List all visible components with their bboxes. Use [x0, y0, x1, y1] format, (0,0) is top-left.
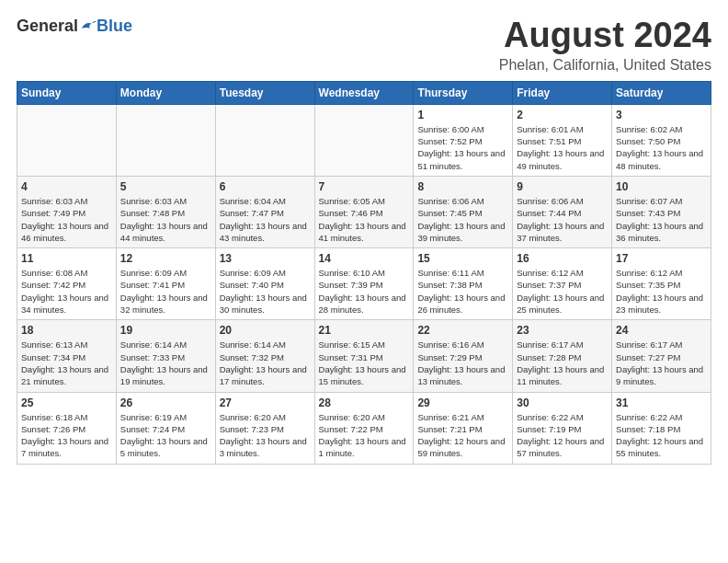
- calendar-cell: 3Sunrise: 6:02 AMSunset: 7:50 PMDaylight…: [612, 104, 711, 176]
- day-number: 7: [319, 180, 410, 193]
- calendar-cell: 11Sunrise: 6:08 AMSunset: 7:42 PMDayligh…: [17, 248, 117, 320]
- day-number: 27: [220, 396, 311, 409]
- page: General Blue August 2024 Phelan, Califor…: [0, 0, 728, 474]
- day-info: Sunrise: 6:00 AMSunset: 7:52 PMDaylight:…: [417, 123, 508, 172]
- title-block: August 2024 Phelan, California, United S…: [499, 17, 711, 74]
- weekday-header-monday: Monday: [116, 81, 215, 104]
- day-info: Sunrise: 6:06 AMSunset: 7:44 PMDaylight:…: [517, 195, 608, 244]
- day-number: 1: [417, 109, 508, 121]
- day-number: 9: [517, 180, 608, 193]
- calendar-cell: 21Sunrise: 6:15 AMSunset: 7:31 PMDayligh…: [314, 320, 414, 392]
- calendar-cell: 12Sunrise: 6:09 AMSunset: 7:41 PMDayligh…: [116, 248, 215, 320]
- day-number: 17: [616, 252, 707, 265]
- calendar-cell: 30Sunrise: 6:22 AMSunset: 7:19 PMDayligh…: [513, 392, 612, 464]
- calendar-cell: 13Sunrise: 6:09 AMSunset: 7:40 PMDayligh…: [215, 248, 314, 320]
- main-title: August 2024: [499, 17, 711, 55]
- weekday-header-tuesday: Tuesday: [215, 81, 314, 104]
- day-info: Sunrise: 6:03 AMSunset: 7:49 PMDaylight:…: [21, 195, 112, 244]
- day-info: Sunrise: 6:10 AMSunset: 7:39 PMDaylight:…: [319, 267, 410, 316]
- calendar-cell: 8Sunrise: 6:06 AMSunset: 7:45 PMDaylight…: [414, 176, 513, 247]
- day-info: Sunrise: 6:17 AMSunset: 7:28 PMDaylight:…: [517, 339, 608, 387]
- day-number: 15: [417, 252, 508, 265]
- day-info: Sunrise: 6:11 AMSunset: 7:38 PMDaylight:…: [417, 267, 508, 316]
- day-number: 10: [616, 180, 707, 193]
- day-number: 3: [616, 109, 707, 121]
- calendar-cell: 20Sunrise: 6:14 AMSunset: 7:32 PMDayligh…: [215, 320, 314, 392]
- calendar-cell: 19Sunrise: 6:14 AMSunset: 7:33 PMDayligh…: [116, 320, 215, 392]
- day-info: Sunrise: 6:20 AMSunset: 7:22 PMDaylight:…: [319, 411, 410, 460]
- weekday-header-friday: Friday: [513, 81, 612, 104]
- day-number: 18: [21, 324, 112, 337]
- calendar-cell: 29Sunrise: 6:21 AMSunset: 7:21 PMDayligh…: [414, 392, 513, 464]
- calendar-week-row: 4Sunrise: 6:03 AMSunset: 7:49 PMDaylight…: [17, 176, 711, 247]
- day-number: 5: [120, 180, 211, 193]
- calendar-cell: 4Sunrise: 6:03 AMSunset: 7:49 PMDaylight…: [17, 176, 117, 247]
- calendar-week-row: 1Sunrise: 6:00 AMSunset: 7:52 PMDaylight…: [17, 104, 711, 176]
- day-info: Sunrise: 6:08 AMSunset: 7:42 PMDaylight:…: [21, 267, 112, 316]
- calendar-cell: [314, 104, 414, 176]
- weekday-header-sunday: Sunday: [17, 81, 117, 104]
- day-number: 23: [517, 324, 608, 337]
- logo-general-text: General: [17, 17, 78, 36]
- day-number: 24: [616, 324, 707, 337]
- day-info: Sunrise: 6:01 AMSunset: 7:51 PMDaylight:…: [517, 123, 608, 172]
- day-number: 28: [319, 396, 410, 409]
- calendar-cell: 28Sunrise: 6:20 AMSunset: 7:22 PMDayligh…: [314, 392, 414, 464]
- calendar-cell: 2Sunrise: 6:01 AMSunset: 7:51 PMDaylight…: [513, 104, 612, 176]
- day-number: 6: [220, 180, 311, 193]
- day-number: 14: [319, 252, 410, 265]
- calendar-cell: [17, 104, 117, 176]
- day-info: Sunrise: 6:15 AMSunset: 7:31 PMDaylight:…: [319, 339, 410, 387]
- calendar-week-row: 25Sunrise: 6:18 AMSunset: 7:26 PMDayligh…: [17, 392, 711, 464]
- day-number: 22: [417, 324, 508, 337]
- calendar-cell: 9Sunrise: 6:06 AMSunset: 7:44 PMDaylight…: [513, 176, 612, 247]
- header: General Blue August 2024 Phelan, Califor…: [17, 17, 711, 74]
- calendar-cell: [215, 104, 314, 176]
- calendar-cell: 31Sunrise: 6:22 AMSunset: 7:18 PMDayligh…: [612, 392, 711, 464]
- subtitle: Phelan, California, United States: [499, 57, 711, 74]
- logo-blue-text: Blue: [97, 17, 132, 36]
- calendar-cell: 6Sunrise: 6:04 AMSunset: 7:47 PMDaylight…: [215, 176, 314, 247]
- day-number: 21: [319, 324, 410, 337]
- day-info: Sunrise: 6:07 AMSunset: 7:43 PMDaylight:…: [616, 195, 707, 244]
- calendar-cell: 27Sunrise: 6:20 AMSunset: 7:23 PMDayligh…: [215, 392, 314, 464]
- day-info: Sunrise: 6:16 AMSunset: 7:29 PMDaylight:…: [417, 339, 508, 387]
- day-info: Sunrise: 6:03 AMSunset: 7:48 PMDaylight:…: [120, 195, 211, 244]
- day-info: Sunrise: 6:19 AMSunset: 7:24 PMDaylight:…: [120, 411, 211, 460]
- day-number: 19: [120, 324, 211, 337]
- day-info: Sunrise: 6:14 AMSunset: 7:32 PMDaylight:…: [220, 339, 311, 387]
- calendar-cell: 14Sunrise: 6:10 AMSunset: 7:39 PMDayligh…: [314, 248, 414, 320]
- calendar-cell: 24Sunrise: 6:17 AMSunset: 7:27 PMDayligh…: [612, 320, 711, 392]
- day-number: 30: [517, 396, 608, 409]
- day-info: Sunrise: 6:09 AMSunset: 7:40 PMDaylight:…: [220, 267, 311, 316]
- day-number: 12: [120, 252, 211, 265]
- calendar-cell: 18Sunrise: 6:13 AMSunset: 7:34 PMDayligh…: [17, 320, 117, 392]
- day-number: 25: [21, 396, 112, 409]
- day-number: 8: [417, 180, 508, 193]
- day-number: 26: [120, 396, 211, 409]
- day-number: 29: [417, 396, 508, 409]
- day-info: Sunrise: 6:06 AMSunset: 7:45 PMDaylight:…: [417, 195, 508, 244]
- day-info: Sunrise: 6:21 AMSunset: 7:21 PMDaylight:…: [417, 411, 508, 460]
- calendar-cell: 15Sunrise: 6:11 AMSunset: 7:38 PMDayligh…: [414, 248, 513, 320]
- day-info: Sunrise: 6:17 AMSunset: 7:27 PMDaylight:…: [616, 339, 707, 387]
- day-number: 16: [517, 252, 608, 265]
- day-info: Sunrise: 6:04 AMSunset: 7:47 PMDaylight:…: [220, 195, 311, 244]
- day-info: Sunrise: 6:22 AMSunset: 7:19 PMDaylight:…: [517, 411, 608, 460]
- calendar-cell: 23Sunrise: 6:17 AMSunset: 7:28 PMDayligh…: [513, 320, 612, 392]
- day-info: Sunrise: 6:05 AMSunset: 7:46 PMDaylight:…: [319, 195, 410, 244]
- logo-bird-icon: [80, 18, 97, 35]
- calendar-cell: 26Sunrise: 6:19 AMSunset: 7:24 PMDayligh…: [116, 392, 215, 464]
- calendar-cell: 5Sunrise: 6:03 AMSunset: 7:48 PMDaylight…: [116, 176, 215, 247]
- day-info: Sunrise: 6:22 AMSunset: 7:18 PMDaylight:…: [616, 411, 707, 460]
- calendar-cell: 17Sunrise: 6:12 AMSunset: 7:35 PMDayligh…: [612, 248, 711, 320]
- day-number: 2: [517, 109, 608, 121]
- day-info: Sunrise: 6:02 AMSunset: 7:50 PMDaylight:…: [616, 123, 707, 172]
- day-info: Sunrise: 6:12 AMSunset: 7:37 PMDaylight:…: [517, 267, 608, 316]
- day-number: 11: [21, 252, 112, 265]
- day-number: 13: [220, 252, 311, 265]
- calendar-cell: 22Sunrise: 6:16 AMSunset: 7:29 PMDayligh…: [414, 320, 513, 392]
- calendar-cell: 1Sunrise: 6:00 AMSunset: 7:52 PMDaylight…: [414, 104, 513, 176]
- logo: General Blue: [17, 17, 132, 36]
- day-info: Sunrise: 6:12 AMSunset: 7:35 PMDaylight:…: [616, 267, 707, 316]
